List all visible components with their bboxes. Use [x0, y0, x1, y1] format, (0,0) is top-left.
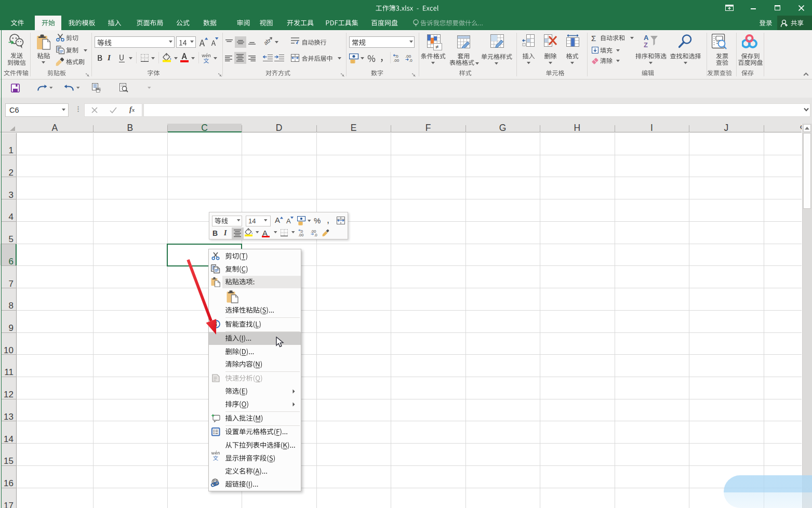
svg-text:.0: .0 — [314, 233, 317, 237]
svg-text:Z: Z — [644, 41, 648, 48]
svg-text:≠: ≠ — [435, 44, 438, 50]
svg-text:.00: .00 — [298, 233, 303, 237]
svg-text:.00: .00 — [393, 58, 400, 62]
svg-text:.0: .0 — [409, 58, 412, 62]
svg-text:Σ: Σ — [591, 35, 596, 42]
svg-text:A: A — [644, 34, 649, 42]
